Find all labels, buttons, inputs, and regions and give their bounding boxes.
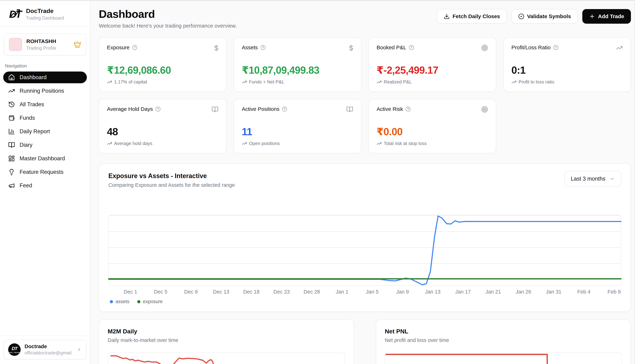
- help-circle-icon[interactable]: [132, 45, 137, 50]
- trading-profile-card[interactable]: ROHTASHH Trading Profile: [4, 34, 86, 55]
- target-icon: [481, 44, 488, 51]
- sidebar-item-label: All Trades: [20, 101, 44, 108]
- range-selector-dropdown[interactable]: Last 3 months: [564, 171, 621, 187]
- sidebar-item-feed[interactable]: Feed: [3, 180, 87, 192]
- lightbulb-icon: [8, 169, 15, 176]
- bottom-charts-grid: M2M Daily Daily mark-to-market over time…: [99, 319, 631, 364]
- crown-icon: [74, 41, 81, 48]
- stat-card-active-risk: Active Risk ₹0.00 Total risk at stop los…: [368, 99, 496, 153]
- profile-subtitle: Trading Profile: [26, 45, 70, 51]
- assets-dot-icon: [110, 300, 113, 303]
- net-pnl-chart-svg: [385, 353, 622, 364]
- wallet-icon: [8, 114, 15, 121]
- legend-item-assets[interactable]: assets: [110, 299, 129, 304]
- card-title: Net PNL: [385, 328, 622, 335]
- chart-title: Exposure vs Assets - Interactive: [108, 172, 621, 180]
- sidebar-item-daily-report[interactable]: Daily Report: [3, 126, 87, 137]
- target-icon: [481, 106, 488, 113]
- stat-value: ₹10,87,09,499.83: [242, 64, 353, 76]
- x-tick-label: Jan 13: [425, 289, 440, 295]
- stat-card-profit-loss-ratio: Profit/Loss Ratio 0:1 Profit to loss rat…: [503, 37, 631, 92]
- chart-subtitle: Comparing Exposure and Assets for the se…: [108, 182, 621, 188]
- book-open-icon: [346, 106, 353, 113]
- stat-subtitle: Average hold days: [114, 141, 152, 146]
- stat-value: 48: [107, 126, 218, 138]
- sidebar-item-feature-requests[interactable]: Feature Requests: [3, 166, 87, 178]
- sidebar-item-label: Daily Report: [20, 128, 50, 135]
- net-pnl-card: Net PNL Net profit and loss over time: [376, 319, 631, 364]
- trending-up-icon: [377, 80, 382, 84]
- x-tick-label: Jan 26: [516, 289, 531, 295]
- help-circle-icon[interactable]: [155, 106, 161, 112]
- stat-card-exposure: Exposure $ ₹12,69,086.60 1.17% of capita…: [99, 37, 227, 92]
- dollar-icon: $: [214, 44, 218, 52]
- sidebar-item-label: Running Positions: [20, 88, 64, 94]
- book-open-icon: [8, 142, 15, 148]
- legend-item-exposure[interactable]: exposure: [137, 299, 163, 304]
- home-icon: [8, 74, 15, 81]
- x-axis-labels: Dec 1Dec 5Dec 9Dec 13Dec 18Dec 23Dec 28J…: [108, 289, 621, 297]
- sidebar-item-label: Master Dashboard: [20, 155, 65, 162]
- sidebar-item-running-positions[interactable]: Running Positions: [3, 85, 87, 97]
- sidebar-item-diary[interactable]: Diary: [3, 139, 87, 151]
- stat-card-average-hold-days: Average Hold Days 48 Average hold days: [99, 99, 227, 153]
- trending-up-icon: [511, 80, 516, 84]
- stat-subtitle: Funds + Net P&L: [249, 79, 284, 85]
- x-tick-label: Feb 4: [577, 289, 590, 295]
- m2m-daily-plot: [108, 352, 345, 364]
- m2m-daily-chart-svg: [108, 353, 345, 364]
- trending-up-icon: [107, 141, 112, 146]
- sidebar-item-label: Diary: [20, 142, 33, 148]
- check-circle-icon: [518, 13, 524, 20]
- exposure-assets-chart-svg: [109, 215, 621, 285]
- trending-up-icon: [107, 80, 112, 84]
- x-tick-label: Jan 31: [546, 289, 561, 295]
- help-circle-icon[interactable]: [260, 45, 266, 50]
- stat-value: ₹0.00: [377, 126, 488, 138]
- stat-subtitle: Profit to loss ratio: [519, 79, 554, 85]
- user-account-chip[interactable]: DT DOC TRADE Doctrade officialdoctrade@g…: [4, 340, 87, 359]
- history-icon: [8, 101, 15, 108]
- trending-up-icon: [8, 88, 15, 94]
- help-circle-icon[interactable]: [409, 45, 414, 50]
- x-tick-label: Jan 17: [455, 289, 471, 295]
- m2m-daily-card: M2M Daily Daily mark-to-market over time: [99, 319, 354, 364]
- help-circle-icon[interactable]: [553, 45, 558, 50]
- sidebar-item-label: Feature Requests: [20, 169, 63, 175]
- x-tick-label: Feb 9: [607, 289, 621, 295]
- sidebar-item-funds[interactable]: Funds: [3, 112, 87, 124]
- profile-avatar: [9, 38, 22, 51]
- x-tick-label: Dec 18: [243, 289, 260, 295]
- sidebar-item-label: Dashboard: [20, 74, 47, 80]
- page-title: Dashboard: [99, 8, 237, 20]
- sidebar-item-dashboard[interactable]: Dashboard: [3, 72, 87, 83]
- exposure-assets-plot[interactable]: [108, 215, 621, 286]
- sidebar-item-all-trades[interactable]: All Trades: [3, 98, 87, 110]
- add-trade-button[interactable]: Add Trade: [582, 9, 631, 24]
- x-tick-label: Dec 13: [213, 289, 229, 295]
- fetch-daily-closes-button[interactable]: Fetch Daily Closes: [437, 9, 507, 24]
- card-subtitle: Net profit and loss over time: [385, 337, 622, 343]
- validate-symbols-button[interactable]: Validate Symbols: [511, 9, 578, 24]
- card-subtitle: Daily mark-to-market over time: [108, 337, 345, 343]
- main-content: Dashboard Welcome back! Here's your trad…: [90, 0, 635, 364]
- user-email: officialdoctrade@gmail....: [25, 350, 73, 356]
- card-title: M2M Daily: [108, 328, 345, 335]
- stat-subtitle: Total risk at stop loss: [384, 141, 427, 146]
- x-tick-label: Jan 21: [485, 289, 501, 295]
- nav-section-label: Navigation: [5, 63, 90, 69]
- megaphone-icon: [8, 182, 15, 189]
- help-circle-icon[interactable]: [405, 106, 411, 112]
- x-tick-label: Jan 1: [336, 289, 348, 295]
- layout-dashboard-icon: [8, 155, 15, 162]
- stat-title: Profit/Loss Ratio: [511, 44, 551, 50]
- app-name: DocTrade: [26, 8, 64, 14]
- user-avatar: DT DOC TRADE: [8, 343, 21, 356]
- page-subtitle: Welcome back! Here's your trading perfor…: [99, 23, 237, 29]
- app-logo: DT DocTrade Trading Dashboard: [0, 0, 90, 27]
- trending-up-icon: [242, 80, 247, 84]
- stat-title: Active Risk: [377, 106, 403, 112]
- sidebar-item-master-dashboard[interactable]: Master Dashboard: [3, 153, 87, 164]
- x-tick-label: Dec 23: [273, 289, 290, 295]
- help-circle-icon[interactable]: [282, 106, 287, 112]
